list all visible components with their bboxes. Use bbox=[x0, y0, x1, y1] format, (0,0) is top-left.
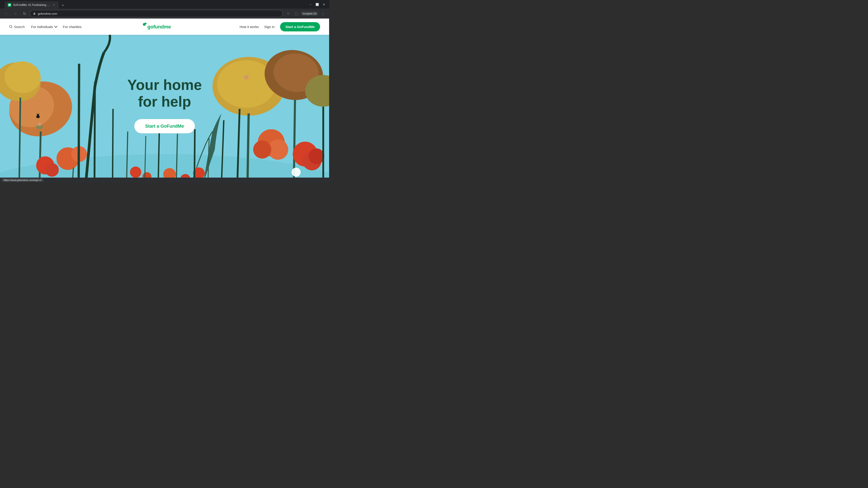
hero-title-line1: Your home bbox=[127, 77, 202, 93]
minimize-button[interactable]: ─ bbox=[309, 3, 312, 6]
svg-line-28 bbox=[248, 113, 249, 183]
how-it-works-link[interactable]: How it works bbox=[240, 25, 259, 29]
tab-close-button[interactable]: × bbox=[52, 3, 56, 7]
chevron-down-icon bbox=[54, 25, 57, 28]
svg-point-34 bbox=[253, 140, 271, 159]
site-nav: Search For individuals For charities gof… bbox=[0, 19, 329, 35]
svg-point-42 bbox=[244, 75, 249, 79]
search-label: Search bbox=[14, 25, 25, 29]
for-individuals-label: For individuals bbox=[31, 25, 53, 29]
svg-point-57 bbox=[37, 114, 39, 116]
nav-left: Search For individuals For charities bbox=[9, 23, 82, 31]
tab-title: GoFundMe: #1 Fundraising Pla... bbox=[13, 3, 50, 6]
hero-section: Your home for help Start a GoFundMe bbox=[0, 19, 329, 183]
restore-button[interactable]: ⬜ bbox=[315, 3, 319, 6]
tabs-bar: g GoFundMe: #1 Fundraising Pla... × + bbox=[4, 1, 66, 8]
back-button[interactable]: ← bbox=[3, 10, 10, 17]
sidebar-button[interactable]: ⬚ bbox=[293, 10, 300, 17]
tab-favicon: g bbox=[8, 3, 11, 7]
svg-line-4 bbox=[11, 27, 12, 28]
hero-cta-button[interactable]: Start a GoFundMe bbox=[134, 119, 195, 133]
search-icon bbox=[9, 25, 13, 29]
nav-start-button[interactable]: Start a GoFundMe bbox=[280, 22, 320, 31]
toolbar-actions: ☆ ⬚ Incognito (3) ⋮ bbox=[285, 10, 327, 17]
svg-line-15 bbox=[19, 98, 20, 183]
browser-toolbar: ← → ↻ ☆ ⬚ Incognito (3) ⋮ bbox=[0, 8, 329, 19]
close-window-button[interactable]: ✕ bbox=[322, 3, 326, 6]
svg-text:gofundme: gofundme bbox=[147, 24, 171, 30]
svg-line-12 bbox=[39, 131, 41, 183]
sign-in-link[interactable]: Sign in bbox=[264, 25, 275, 29]
menu-button[interactable]: ⋮ bbox=[319, 10, 327, 17]
incognito-badge: Incognito (3) bbox=[301, 11, 318, 15]
svg-line-53 bbox=[194, 129, 195, 183]
logo-svg: gofundme bbox=[143, 23, 179, 31]
svg-point-6 bbox=[145, 23, 147, 24]
url-input[interactable] bbox=[38, 12, 280, 15]
hero-title-line2: for help bbox=[138, 94, 191, 110]
svg-rect-2 bbox=[33, 13, 35, 15]
svg-point-3 bbox=[9, 25, 12, 28]
for-charities-label: For charities bbox=[63, 25, 82, 29]
nav-search[interactable]: Search bbox=[9, 23, 25, 31]
hero-content: Your home for help Start a GoFundMe bbox=[127, 77, 202, 133]
status-url: https://www.gofundme.com/sign-in bbox=[2, 178, 43, 182]
website-content: Search For individuals For charities gof… bbox=[0, 19, 329, 183]
bookmark-button[interactable]: ☆ bbox=[285, 10, 292, 17]
hero-title: Your home for help bbox=[127, 77, 202, 110]
forward-button[interactable]: → bbox=[12, 10, 19, 17]
svg-line-21 bbox=[79, 64, 79, 183]
svg-point-55 bbox=[291, 168, 301, 177]
svg-point-44 bbox=[130, 166, 141, 178]
nav-for-individuals[interactable]: For individuals bbox=[31, 23, 57, 31]
address-bar[interactable] bbox=[30, 10, 283, 17]
active-tab[interactable]: g GoFundMe: #1 Fundraising Pla... × bbox=[4, 1, 59, 8]
tab-favicon-icon: g bbox=[8, 4, 11, 6]
lock-icon bbox=[33, 12, 36, 15]
gofundme-logo[interactable]: gofundme bbox=[143, 23, 179, 31]
svg-point-20 bbox=[45, 163, 59, 177]
browser-chrome: g GoFundMe: #1 Fundraising Pla... × + ─ … bbox=[0, 0, 329, 19]
new-tab-button[interactable]: + bbox=[60, 2, 66, 8]
nav-right: How it works Sign in Start a GoFundMe bbox=[240, 22, 320, 31]
svg-text:g: g bbox=[9, 4, 10, 6]
nav-for-charities[interactable]: For charities bbox=[63, 23, 82, 31]
title-bar: g GoFundMe: #1 Fundraising Pla... × + ─ … bbox=[0, 0, 329, 8]
svg-point-37 bbox=[309, 149, 324, 164]
nav-center: gofundme bbox=[82, 23, 240, 31]
svg-line-23 bbox=[113, 109, 113, 183]
status-bar: https://www.gofundme.com/sign-in bbox=[0, 177, 329, 183]
svg-point-25 bbox=[38, 123, 41, 126]
reload-button[interactable]: ↻ bbox=[21, 10, 28, 17]
